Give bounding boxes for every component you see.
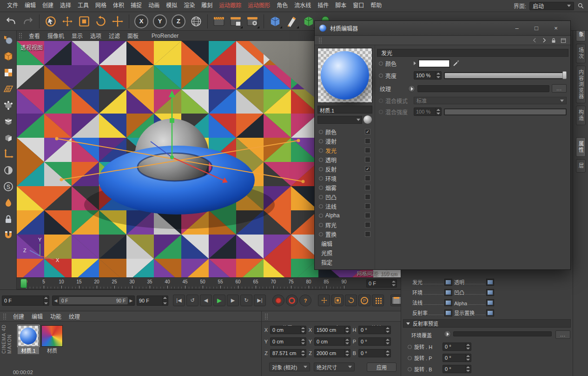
menubar-item-11[interactable]: 雕刻 — [198, 0, 216, 12]
channel-4[interactable]: 反射✓ — [315, 164, 375, 174]
slider-handle[interactable] — [562, 71, 567, 79]
channel-checkbox[interactable] — [365, 231, 370, 237]
channel-2[interactable]: 发光 — [315, 146, 375, 155]
size-field[interactable]: 1500 cm — [314, 326, 350, 334]
brightness-field[interactable]: 100 % — [414, 71, 442, 80]
texture-mode-button[interactable] — [2, 66, 15, 79]
size-field[interactable]: 2000 cm — [314, 349, 350, 357]
preview-type-dropdown[interactable] — [317, 116, 362, 124]
tab-1[interactable]: 场次 — [576, 44, 586, 63]
render-picture-viewer-button[interactable] — [228, 13, 244, 29]
menubar-item-17[interactable]: 脚本 — [332, 0, 350, 12]
lock-z-axis-button[interactable]: Z — [172, 14, 185, 28]
lock-workplane-button[interactable] — [2, 213, 15, 226]
range-left-arrow-icon[interactable]: ◀ — [53, 298, 59, 303]
channel-action-1[interactable]: 光照 — [315, 248, 375, 257]
channel-texture-button[interactable] — [486, 309, 494, 316]
menubar-item-13[interactable]: 运动图形 — [244, 0, 273, 12]
undo-button[interactable] — [3, 13, 19, 29]
timeline-ruler[interactable]: 0510152025303540455055606570758085900 F — [17, 277, 401, 289]
channel-3[interactable]: 透明 — [315, 155, 375, 164]
ruler-frame-5[interactable]: 5 — [39, 279, 48, 284]
menubar-item-5[interactable]: 网格 — [92, 0, 110, 12]
ruler-frame-30[interactable]: 30 — [127, 279, 137, 284]
menubar-item-12[interactable]: 运动跟踪 — [216, 0, 244, 12]
texture-arrow-button[interactable] — [408, 85, 415, 92]
spline-pen-button[interactable] — [284, 13, 300, 29]
channel-texture-button[interactable] — [486, 289, 494, 296]
channel-checkbox[interactable] — [365, 138, 370, 144]
render-settings-button[interactable] — [244, 13, 260, 29]
object-mode-dropdown[interactable]: 对象 (相对) — [269, 363, 310, 371]
tab-3[interactable]: 构造 — [576, 106, 586, 125]
loop-playback-button[interactable]: ↻ — [240, 295, 252, 306]
snap-toggle-button[interactable]: S — [2, 180, 15, 193]
eyedropper-icon[interactable] — [452, 60, 460, 67]
channel-8[interactable]: 法线 — [315, 201, 375, 211]
edges-mode-button[interactable] — [2, 115, 15, 128]
redo-button[interactable] — [20, 13, 36, 29]
live-selection-button[interactable] — [43, 13, 59, 29]
channel-9[interactable]: Alpha — [315, 211, 375, 220]
menubar-item-4[interactable]: 工具 — [74, 0, 92, 12]
key-circle-icon[interactable] — [379, 74, 383, 78]
ruler-frame-55[interactable]: 55 — [216, 279, 225, 284]
channel-5[interactable]: 环境 — [315, 174, 375, 183]
material-menu-3[interactable]: 纹理 — [65, 312, 84, 320]
channel-texture-button[interactable] — [444, 299, 452, 306]
channel-checkbox[interactable] — [365, 222, 370, 228]
menubar-item-16[interactable]: 插件 — [314, 0, 332, 12]
texture-slot[interactable] — [417, 85, 549, 92]
previous-frame-button[interactable]: ◀ — [200, 295, 212, 306]
key-circle-icon[interactable] — [408, 367, 412, 371]
material-thumbnail[interactable] — [18, 325, 39, 347]
menubar-item-18[interactable]: 窗口 — [350, 0, 367, 12]
ruler-frame-25[interactable]: 25 — [110, 279, 119, 284]
channel-checkbox[interactable]: ✓ — [365, 166, 370, 172]
ruler-frame-50[interactable]: 50 — [198, 279, 207, 284]
channel-checkbox[interactable] — [365, 185, 370, 190]
env-browse-button[interactable]: ... — [555, 330, 570, 339]
menubar-item-8[interactable]: 动画 — [145, 0, 163, 12]
drag-handle-icon[interactable] — [264, 313, 269, 320]
add-primitive-button[interactable] — [267, 13, 283, 29]
keyframe-options-button[interactable]: ? — [299, 295, 311, 306]
ruler-frame-35[interactable]: 35 — [145, 279, 154, 284]
material-editor-titlebar[interactable]: 材质编辑器 – □ × — [315, 21, 570, 36]
channel-7[interactable]: 凹凸 — [315, 192, 375, 201]
channel-11[interactable]: 置换 — [315, 229, 375, 239]
rotation-field[interactable]: 0 ° — [358, 349, 391, 357]
color-swatch[interactable] — [418, 60, 450, 67]
lock-y-axis-button[interactable]: Y — [153, 14, 167, 28]
env-texture-arrow-button[interactable] — [444, 330, 451, 337]
size-field[interactable]: 0 cm — [314, 337, 350, 346]
menubar-item-1[interactable]: 编辑 — [21, 0, 39, 12]
preview-range-slider[interactable]: ◀ 0 F 90 F ▶ — [52, 295, 135, 306]
magnet-snap-button[interactable] — [2, 229, 15, 242]
back-arrow-icon[interactable] — [532, 37, 538, 43]
rotation-field[interactable]: 0 ° — [443, 342, 471, 351]
reflectance-preview-header[interactable]: 反射率预览 — [403, 319, 571, 328]
key-circle-icon[interactable] — [408, 345, 412, 349]
brightness-slider[interactable] — [444, 72, 567, 79]
interface-select[interactable]: 启动 — [529, 2, 574, 10]
channel-checkbox[interactable]: ✓ — [365, 129, 370, 134]
close-button[interactable]: × — [546, 21, 566, 35]
lock-x-axis-button[interactable]: X — [134, 14, 148, 28]
play-backward-button[interactable]: ↺ — [186, 295, 198, 306]
material-name-field[interactable]: 材质.1 — [317, 106, 372, 114]
range-right-arrow-icon[interactable]: ▶ — [128, 298, 134, 303]
maximize-button[interactable]: □ — [527, 21, 546, 35]
make-editable-button[interactable] — [2, 34, 15, 47]
points-mode-button[interactable] — [2, 99, 15, 112]
scale-tool-button[interactable] — [76, 13, 92, 29]
ruler-frame-20[interactable]: 20 — [92, 279, 101, 284]
key-circle-icon[interactable] — [408, 356, 412, 360]
position-field[interactable]: 0 cm — [270, 337, 306, 346]
last-tool-button[interactable] — [110, 13, 126, 29]
ruler-frame-65[interactable]: 65 — [251, 279, 260, 284]
viewport-menu-0[interactable]: 查看 — [25, 32, 44, 40]
forward-arrow-icon[interactable] — [541, 37, 547, 43]
channel-checkbox[interactable] — [365, 203, 370, 209]
minimize-button[interactable]: – — [507, 21, 527, 35]
